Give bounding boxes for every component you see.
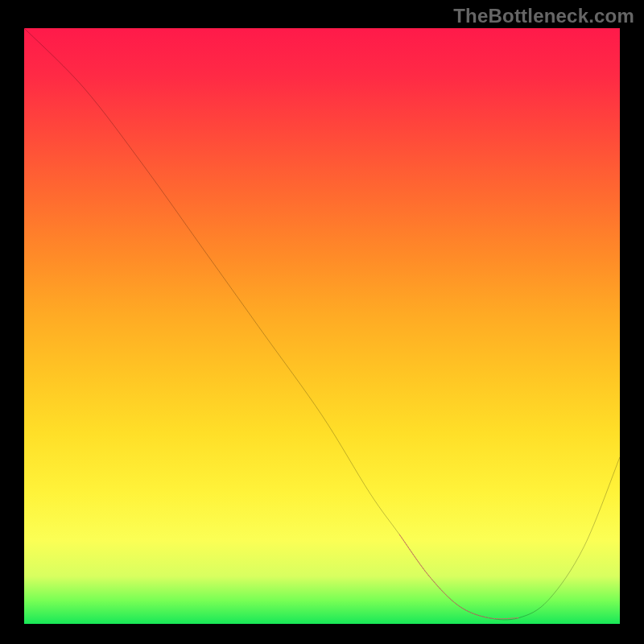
highlight-segment (399, 535, 518, 619)
watermark-text: TheBottleneck.com (453, 5, 634, 27)
chart-container: TheBottleneck.com (0, 0, 644, 644)
curve-svg (24, 28, 620, 624)
bottleneck-curve-line (24, 28, 620, 620)
plot-area (24, 28, 620, 624)
